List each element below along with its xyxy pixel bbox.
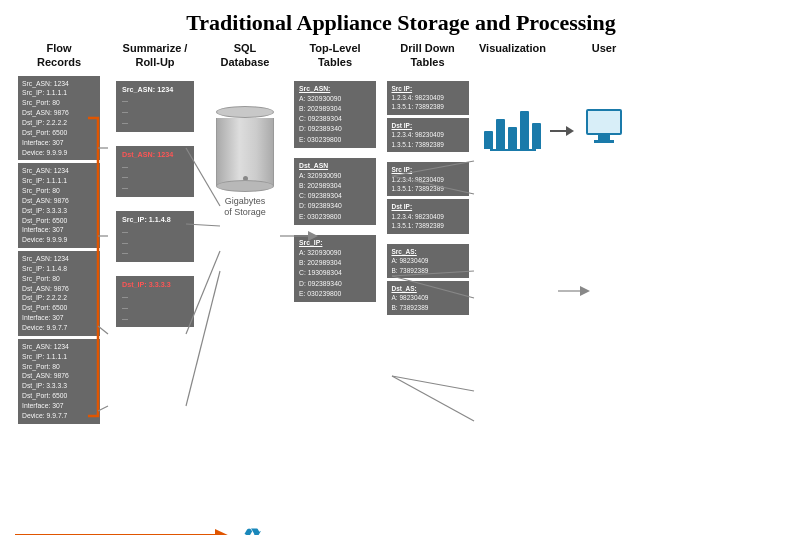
svg-line-15 (392, 376, 474, 421)
database-cylinder: Gigabytesof Storage (216, 106, 274, 219)
dd-group-3: Src_AS:A: 98230409B: 73892389 Dst_AS:A: … (387, 244, 469, 316)
diagram-area: FlowRecords Src_ASN: 1234Src_IP: 1.1.1.1… (0, 41, 802, 526)
dd-box-2-2: Dst IP:1.2.3.4: 982304091.3.5.1: 7389238… (387, 199, 469, 233)
summarize-column: Summarize /Roll-Up Src_ASN: 1234........… (110, 41, 200, 327)
drill-down-label: Drill DownTables (400, 41, 454, 70)
sql-database-column: SQLDatabase Gigabytesof Storage (200, 41, 290, 219)
monitor-base (594, 140, 614, 143)
user-area (586, 109, 622, 143)
dd-group-1: Src IP:1.2.3.4: 982304091.3.5.1: 7389238… (387, 81, 469, 153)
top-level-label: Top-LevelTables (309, 41, 360, 70)
dd-box-2-1: Src IP:1.2.3.4: 982304091.3.5.1: 7389238… (387, 162, 469, 196)
storage-label: Gigabytesof Storage (224, 196, 266, 219)
page-title: Traditional Appliance Storage and Proces… (0, 0, 802, 41)
sum-box-1: Src_ASN: 1234......... (116, 81, 194, 132)
top-table-3: Src_IP:A: 320930090B: 202989304C: 193098… (294, 235, 376, 302)
bar-5 (532, 123, 541, 149)
top-level-stack: Src_ASN:A: 320930090B: 202989304C: 09238… (294, 81, 376, 302)
top-table-1: Src_ASN:A: 320930090B: 202989304C: 09238… (294, 81, 376, 148)
drill-down-stack: Src IP:1.2.3.4: 982304091.3.5.1: 7389238… (387, 81, 469, 322)
sum-box-3: Src_IP: 1.1.4.8......... (116, 211, 194, 262)
viz-to-user-arrow (550, 126, 580, 136)
bar-3 (508, 127, 517, 149)
flow-records-column: FlowRecords Src_ASN: 1234Src_IP: 1.1.1.1… (8, 41, 110, 424)
flow-record-3: Src_ASN: 1234Src_IP: 1.1.4.8Src_Port: 80… (18, 251, 100, 336)
svg-text:♻: ♻ (238, 522, 267, 535)
flow-records-label: FlowRecords (37, 41, 81, 70)
dd-box-1-2: Dst IP:1.2.3.4: 982304091.3.5.1: 7389238… (387, 118, 469, 152)
user-label: User (592, 41, 616, 55)
top-table-2: Dst_ASNA: 320930090B: 202989304C: 092389… (294, 158, 376, 225)
user-column: User (580, 41, 628, 143)
svg-line-14 (392, 376, 474, 391)
sum-box-2: Dst_ASN: 1234......... (116, 146, 194, 197)
bar-1 (484, 131, 493, 149)
summarize-stack: Src_ASN: 1234......... Dst_ASN: 1234....… (116, 81, 194, 328)
cylinder-bottom (216, 180, 274, 192)
dd-box-3-1: Src_AS:A: 98230409B: 73892389 (387, 244, 469, 278)
page-container: Traditional Appliance Storage and Proces… (0, 0, 802, 526)
summarize-label: Summarize /Roll-Up (123, 41, 188, 70)
sql-database-label: SQLDatabase (221, 41, 270, 70)
svg-marker-19 (215, 529, 230, 535)
flow-record-4: Src_ASN: 1234Src_IP: 1.1.1.1Src_Port: 80… (18, 339, 100, 424)
visualization-label: Visualization (479, 41, 546, 55)
flow-record-1: Src_ASN: 1234Src_IP: 1.1.1.1Src_Port: 80… (18, 76, 100, 161)
monitor-icon (586, 109, 622, 135)
bar-4 (520, 111, 529, 149)
cylinder-top (216, 106, 274, 118)
dd-group-2: Src IP:1.2.3.4: 982304091.3.5.1: 7389238… (387, 162, 469, 234)
svg-marker-17 (580, 286, 590, 296)
drill-down-tables-column: Drill DownTables Src IP:1.2.3.4: 9823040… (380, 41, 475, 321)
bar-chart-icon (484, 111, 541, 149)
dd-box-3-2: Dst_AS:A: 98230409B: 73892389 (387, 281, 469, 315)
sum-box-4: Dst_IP: 3.3.3.3......... (116, 276, 194, 327)
dd-box-1-1: Src IP:1.2.3.4: 982304091.3.5.1: 7389238… (387, 81, 469, 115)
viz-area (484, 111, 541, 151)
flow-records-stack: Src_ASN: 1234Src_IP: 1.1.1.1Src_Port: 80… (18, 76, 100, 424)
bar-2 (496, 119, 505, 149)
flow-record-2: Src_ASN: 1234Src_IP: 1.1.1.1Src_Port: 80… (18, 163, 100, 248)
top-level-tables-column: Top-LevelTables Src_ASN:A: 320930090B: 2… (290, 41, 380, 302)
cylinder-body (216, 118, 274, 186)
visualization-column: Visualization (475, 41, 550, 151)
